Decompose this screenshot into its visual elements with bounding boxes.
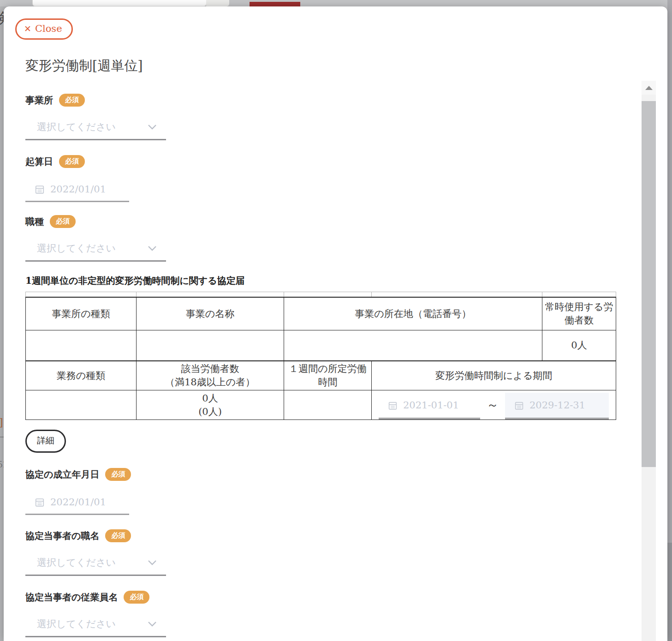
calendar-icon xyxy=(514,401,524,410)
background-right-strip xyxy=(667,0,672,543)
office-select-placeholder: 選択してください xyxy=(37,120,148,133)
party-title-label: 協定当事者の職名 xyxy=(25,530,99,542)
spacer-cell xyxy=(137,292,284,297)
table-spacer-row xyxy=(26,292,616,297)
business-address-cell xyxy=(284,330,542,361)
calendar-icon xyxy=(388,401,398,410)
chevron-down-icon xyxy=(148,246,157,252)
party-name-field-group: 協定当事者の従業員名 必須 選択してください xyxy=(25,591,667,637)
header-work-type: 業務の種類 xyxy=(26,361,137,390)
chevron-down-icon xyxy=(148,560,157,566)
agreement-date-label: 協定の成立年月日 xyxy=(25,468,99,481)
period-cell: 2021-01-01 ～ 2029-12-31 xyxy=(372,390,616,420)
period-end-value: 2029-12-31 xyxy=(529,400,585,411)
office-field-group: 事業所 必須 選択してください xyxy=(25,94,667,140)
detail-button[interactable]: 詳細 xyxy=(25,430,66,453)
background-input-button xyxy=(206,0,229,6)
party-title-select[interactable]: 選択してください xyxy=(25,553,166,576)
spacer-cell xyxy=(542,292,616,297)
background-partial-bracket: ] xyxy=(0,417,3,428)
office-select[interactable]: 選択してください xyxy=(25,118,166,140)
spacer-cell xyxy=(284,292,372,297)
header-business-name: 事業の名称 xyxy=(137,297,284,330)
scrollbar-up-button[interactable] xyxy=(642,81,656,95)
job-type-label: 職種 xyxy=(25,216,44,228)
table-data-row-1: 0人 xyxy=(26,330,616,361)
applicable-workers-cell: 0人 (0人) xyxy=(137,390,284,420)
chevron-down-icon xyxy=(148,124,157,130)
header-weekly-hours: １週間の所定労働 時間 xyxy=(284,361,372,390)
business-name-cell xyxy=(137,330,284,361)
table-header-row-2: 業務の種類 該当労働者数 （満18歳以上の者） １週間の所定労働 時間 変形労働… xyxy=(26,361,616,390)
start-date-value: 2022/01/01 xyxy=(50,184,106,195)
close-button[interactable]: ✕ Close xyxy=(15,18,73,40)
start-date-input[interactable]: 2022/01/01 xyxy=(25,180,129,202)
header-workers-count: 常時使用する労 働者数 xyxy=(542,297,616,330)
period-start-input[interactable]: 2021-01-01 xyxy=(379,393,480,419)
job-type-select-placeholder: 選択してください xyxy=(37,242,148,255)
agreement-date-required-badge: 必須 xyxy=(105,468,131,481)
work-type-cell xyxy=(26,390,137,420)
background-search-input xyxy=(32,0,207,6)
modal-dialog: ✕ Close 変形労働制[週単位] 事業所 必須 選択してください 起算日 必… xyxy=(4,6,667,641)
party-title-select-placeholder: 選択してください xyxy=(37,556,148,569)
start-date-required-badge: 必須 xyxy=(59,155,85,168)
background-right-strip-lower xyxy=(667,543,672,641)
start-date-label: 起算日 xyxy=(25,156,53,168)
calendar-icon xyxy=(35,184,45,194)
close-icon: ✕ xyxy=(24,24,31,33)
modal-content: 変形労働制[週単位] 事業所 必須 選択してください 起算日 必須 2022/0… xyxy=(4,6,667,637)
party-title-field-group: 協定当事者の職名 必須 選択してください xyxy=(25,529,667,576)
agreement-section-title: 1週間単位の非定型的変形労働時間制に関する協定届 xyxy=(25,275,667,287)
party-name-select-placeholder: 選択してください xyxy=(37,617,148,630)
party-title-required-badge: 必須 xyxy=(105,529,131,542)
spacer-cell xyxy=(372,292,542,297)
agreement-date-input[interactable]: 2022/01/01 xyxy=(25,493,129,515)
job-type-required-badge: 必須 xyxy=(50,215,76,228)
party-name-select[interactable]: 選択してください xyxy=(25,615,166,637)
close-button-label: Close xyxy=(35,23,62,34)
modal-scrollbar[interactable] xyxy=(642,81,656,641)
party-name-label: 協定当事者の従業員名 xyxy=(25,591,118,604)
chevron-down-icon xyxy=(148,621,157,627)
background-red-button xyxy=(250,2,300,6)
office-label: 事業所 xyxy=(25,94,53,107)
period-start-value: 2021-01-01 xyxy=(403,400,459,411)
job-type-select[interactable]: 選択してください xyxy=(25,239,166,262)
table-header-row-1: 事業所の種類 事業の名称 事業の所在地（電話番号） 常時使用する労 働者数 xyxy=(26,297,616,330)
office-required-badge: 必須 xyxy=(59,94,85,107)
start-date-field-group: 起算日 必須 2022/01/01 xyxy=(25,155,667,202)
office-type-cell xyxy=(26,330,137,361)
agreement-table: 事業所の種類 事業の名称 事業の所在地（電話番号） 常時使用する労 働者数 0人… xyxy=(25,292,616,420)
agreement-date-value: 2022/01/01 xyxy=(50,497,106,508)
period-end-input[interactable]: 2029-12-31 xyxy=(505,393,609,419)
scrollbar-thumb[interactable] xyxy=(642,101,656,467)
calendar-icon xyxy=(35,497,45,507)
job-type-field-group: 職種 必須 選択してください xyxy=(25,215,667,262)
header-applicable-workers: 該当労働者数 （満18歳以上の者） xyxy=(137,361,284,390)
header-office-type: 事業所の種類 xyxy=(26,297,137,330)
table-data-row-2: 0人 (0人) 2021-01-01 ～ 2029-12-31 xyxy=(26,390,616,420)
header-business-address: 事業の所在地（電話番号） xyxy=(284,297,542,330)
party-name-required-badge: 必須 xyxy=(124,591,149,604)
page-title: 変形労働制[週単位] xyxy=(25,58,667,73)
header-period: 変形労働時間制による期間 xyxy=(372,361,616,390)
spacer-cell xyxy=(26,292,137,297)
weekly-hours-cell xyxy=(284,390,372,420)
arrow-up-icon xyxy=(645,86,653,90)
agreement-date-field-group: 協定の成立年月日 必須 2022/01/01 xyxy=(25,468,667,515)
period-separator: ～ xyxy=(487,397,499,419)
workers-count-cell: 0人 xyxy=(542,330,616,361)
